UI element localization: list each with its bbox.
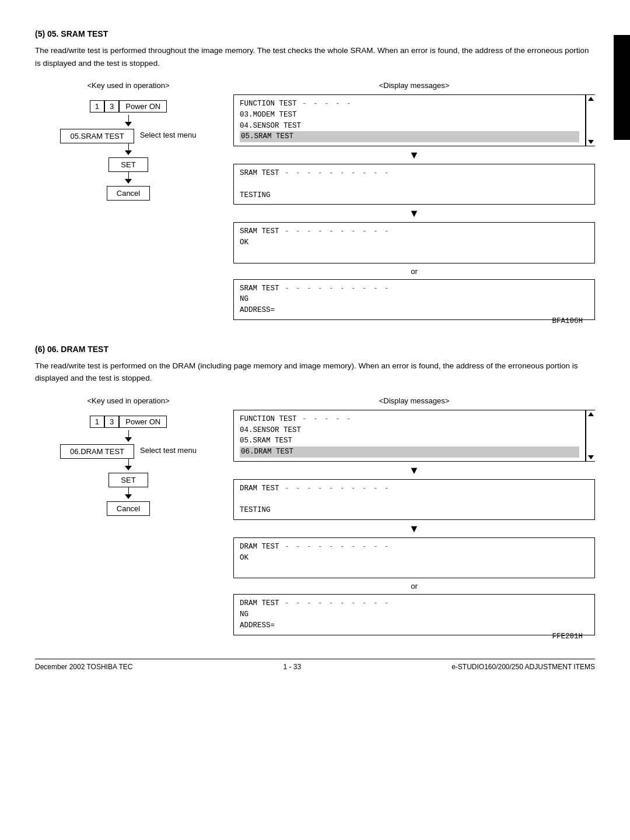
section-5-arrow3 (125, 179, 132, 184)
section-6-line3 (128, 487, 129, 494)
section-5-ng-box: SRAM TEST - - - - - - - - - - NG ADDRESS… (233, 279, 595, 320)
section-5-main-box: 05.SRAM TEST (60, 129, 134, 143)
section-6-line2 (128, 459, 129, 466)
s6-ok-line1: DRAM TEST (240, 543, 279, 551)
section-5-select-label: Select test menu (140, 131, 197, 139)
section-6-arrow-down-1: ▼ (233, 465, 595, 476)
section-5: (5) 05. SRAM TEST The read/write test is… (35, 29, 595, 327)
footer-left: December 2002 TOSHIBA TEC (35, 663, 132, 671)
s5-menu-line4: 05.SRAM TEST (240, 131, 579, 142)
section-5-menu-box-row: FUNCTION TEST - - - - - 03.MODEM TEST 04… (233, 94, 595, 146)
section-5-power: Power ON (119, 100, 167, 113)
section-5-line3 (128, 172, 129, 179)
scroll-down-icon-2 (588, 455, 594, 459)
section-5-arrow2 (125, 150, 132, 155)
section-5-main-row: 05.SRAM TEST Select test menu (60, 126, 196, 143)
s6-ng-line2: NG (240, 610, 249, 618)
section-6-arrow2 (125, 466, 132, 470)
section-5-cancel-box: Cancel (107, 186, 150, 201)
s6-menu-line1: FUNCTION TEST (240, 415, 297, 423)
s5-menu-line1: FUNCTION TEST (240, 100, 297, 108)
s6-menu-line2: 04.SENSOR TEST (240, 426, 301, 434)
section-6-ok-box: DRAM TEST - - - - - - - - - - OK (233, 537, 595, 578)
section-6-display-col: <Display messages> FUNCTION TEST - - - -… (233, 396, 595, 642)
section-6-scrollbar (586, 410, 595, 462)
section-6-main-box: 06.DRAM TEST (60, 444, 134, 459)
section-6-line1 (128, 430, 129, 437)
section-6: (6) 06. DRAM TEST The read/write test is… (35, 345, 595, 642)
section-5-menu-box: FUNCTION TEST - - - - - 03.MODEM TEST 04… (233, 94, 586, 146)
section-6-desc: The read/write test is performed on the … (35, 360, 595, 385)
section-6-num1: 1 (90, 416, 104, 428)
section-6-menu-content: FUNCTION TEST - - - - - 04.SENSOR TEST 0… (234, 410, 585, 461)
section-5-desc: The read/write test is performed through… (35, 44, 595, 69)
s6-menu-line3: 05.SRAM TEST (240, 437, 292, 445)
section-5-flow: 1 3 Power ON 05.SRAM TEST Select test me… (35, 94, 222, 201)
s6-ng-line4: FFE201H (552, 631, 589, 642)
s6-menu-line4: 06.DRAM TEST (240, 447, 579, 458)
scroll-down-icon (588, 140, 594, 144)
s6-test-line1: DRAM TEST (240, 484, 279, 493)
section-6-diagram: <Key used in operation> 1 3 Power ON 06.… (35, 396, 595, 642)
section-5-ok-box: SRAM TEST - - - - - - - - - - OK (233, 222, 595, 263)
section-6-arrow-down-2: ▼ (233, 523, 595, 534)
section-5-testing-box: SRAM TEST - - - - - - - - - - TESTING (233, 164, 595, 205)
scroll-up-icon (588, 97, 594, 101)
section-6-title: (6) 06. DRAM TEST (35, 345, 595, 354)
section-5-diagram: <Key used in operation> 1 3 Power ON 05.… (35, 81, 595, 327)
section-6-flow-col: <Key used in operation> 1 3 Power ON 06.… (35, 396, 222, 642)
footer-right: e-STUDIO160/200/250 ADJUSTMENT ITEMS (452, 663, 595, 671)
s5-ng-line3: ADDRESS= (240, 306, 275, 314)
section-5-display-label: <Display messages> (233, 81, 595, 90)
section-5-set-box: SET (108, 157, 148, 172)
section-6-start-row: 1 3 Power ON (90, 416, 167, 428)
footer-center: 1 - 33 (283, 663, 301, 671)
section-6-num3: 3 (104, 416, 119, 428)
s5-test-line2: TESTING (240, 191, 271, 199)
s6-ng-line3: ADDRESS= (240, 621, 275, 630)
s5-menu-line2: 03.MODEM TEST (240, 111, 297, 119)
s6-test-line2: TESTING (240, 506, 271, 514)
s5-ok-line1: SRAM TEST (240, 227, 279, 236)
section-6-key-label: <Key used in operation> (35, 396, 222, 405)
s5-ok-line2: OK (240, 238, 249, 247)
section-5-or-text: or (233, 267, 595, 276)
section-5-menu-content: FUNCTION TEST - - - - - 03.MODEM TEST 04… (234, 95, 585, 146)
s5-ng-line4: BFA106H (552, 316, 589, 327)
section-6-arrow3 (125, 494, 132, 499)
section-6-display-label: <Display messages> (233, 396, 595, 405)
s6-ng-line1: DRAM TEST (240, 599, 279, 607)
section-6-testing-box: DRAM TEST - - - - - - - - - - TESTING (233, 479, 595, 520)
s5-menu-line3: 04.SENSOR TEST (240, 122, 301, 130)
section-5-arrow-down-1: ▼ (233, 150, 595, 160)
section-6-set-box: SET (108, 473, 148, 487)
footer: December 2002 TOSHIBA TEC 1 - 33 e-STUDI… (35, 659, 595, 671)
section-5-num3: 3 (104, 100, 119, 113)
section-6-select-label: Select test menu (140, 446, 197, 455)
section-6-main-row: 06.DRAM TEST Select test menu (60, 442, 197, 459)
section-6-arrow1 (125, 437, 132, 442)
section-5-num1: 1 (90, 100, 104, 113)
section-5-arrow1 (125, 122, 132, 126)
section-5-start-row: 1 3 Power ON (90, 100, 167, 113)
scroll-up-icon-2 (588, 412, 594, 416)
s6-ok-line2: OK (240, 554, 249, 562)
section-5-display-col: <Display messages> FUNCTION TEST - - - -… (233, 81, 595, 327)
s5-ng-line2: NG (240, 295, 249, 303)
section-6-or-text: or (233, 582, 595, 591)
section-5-title: (5) 05. SRAM TEST (35, 29, 595, 38)
section-6-menu-box: FUNCTION TEST - - - - - 04.SENSOR TEST 0… (233, 410, 586, 462)
section-5-arrow-down-2: ▼ (233, 208, 595, 219)
section-6-flow: 1 3 Power ON 06.DRAM TEST Select test me… (35, 410, 222, 516)
section-5-key-label: <Key used in operation> (35, 81, 222, 90)
section-6-cancel-box: Cancel (107, 501, 150, 516)
section-5-flow-col: <Key used in operation> 1 3 Power ON 05.… (35, 81, 222, 327)
s5-test-line1: SRAM TEST (240, 169, 279, 177)
page: (5) 05. SRAM TEST The read/write test is… (0, 0, 630, 683)
section-5-scrollbar (586, 94, 595, 146)
section-6-power: Power ON (119, 416, 167, 428)
section-5-line2 (128, 143, 129, 150)
section-6-ng-box: DRAM TEST - - - - - - - - - - NG ADDRESS… (233, 594, 595, 635)
section-6-menu-box-row: FUNCTION TEST - - - - - 04.SENSOR TEST 0… (233, 410, 595, 462)
s5-ng-line1: SRAM TEST (240, 284, 279, 293)
